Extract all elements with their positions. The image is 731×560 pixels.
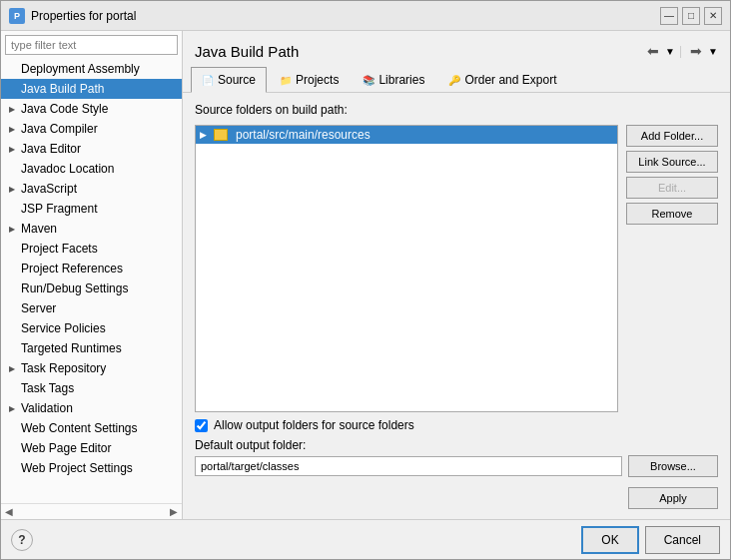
output-folder-row: Default output folder: Browse... bbox=[195, 438, 718, 477]
sidebar-item-java-code-style[interactable]: ▶ Java Code Style bbox=[1, 99, 182, 119]
output-field-row: Browse... bbox=[195, 455, 718, 477]
tab-source[interactable]: 📄 Source bbox=[191, 67, 267, 93]
minimize-button[interactable]: — bbox=[660, 7, 678, 25]
browse-button[interactable]: Browse... bbox=[628, 455, 718, 477]
ok-button[interactable]: OK bbox=[581, 526, 638, 554]
divider-icon: | bbox=[677, 44, 684, 58]
sidebar-item-java-editor[interactable]: ▶ Java Editor bbox=[1, 139, 182, 159]
checkbox-row: Allow output folders for source folders bbox=[195, 418, 718, 432]
cancel-button[interactable]: Cancel bbox=[645, 526, 720, 554]
panel-title: Java Build Path bbox=[195, 43, 299, 60]
sidebar-label: Validation bbox=[21, 401, 73, 415]
forward-button[interactable]: ➡ bbox=[686, 41, 706, 61]
sidebar-label: Web Page Editor bbox=[21, 441, 112, 455]
sidebar: Deployment Assembly Java Build Path ▶ Ja… bbox=[1, 31, 183, 519]
sidebar-item-jsp-fragment[interactable]: JSP Fragment bbox=[1, 199, 182, 219]
main-content: Deployment Assembly Java Build Path ▶ Ja… bbox=[1, 31, 730, 519]
tabs: 📄 Source 📁 Projects 📚 Libraries 🔑 Order … bbox=[183, 67, 730, 93]
sidebar-item-targeted-runtimes[interactable]: Targeted Runtimes bbox=[1, 338, 182, 358]
order-tab-icon: 🔑 bbox=[448, 75, 460, 86]
title-controls: — □ ✕ bbox=[660, 7, 722, 25]
tree-item-resources[interactable]: ▶ portal/src/main/resources bbox=[196, 126, 617, 144]
back-button[interactable]: ⬅ bbox=[643, 41, 663, 61]
projects-tab-icon: 📁 bbox=[280, 75, 292, 86]
sidebar-label: Task Tags bbox=[21, 381, 74, 395]
sidebar-item-web-page-editor[interactable]: Web Page Editor bbox=[1, 438, 182, 458]
sidebar-label: Project Facets bbox=[21, 242, 98, 256]
sidebar-item-deployment-assembly[interactable]: Deployment Assembly bbox=[1, 59, 182, 79]
sidebar-item-javascript[interactable]: ▶ JavaScript bbox=[1, 179, 182, 199]
apply-button[interactable]: Apply bbox=[628, 487, 718, 509]
sidebar-label: Service Policies bbox=[21, 321, 106, 335]
sidebar-item-server[interactable]: Server bbox=[1, 298, 182, 318]
link-source-button[interactable]: Link Source... bbox=[626, 151, 718, 173]
sidebar-item-web-content-settings[interactable]: Web Content Settings bbox=[1, 418, 182, 438]
sidebar-item-run-debug-settings[interactable]: Run/Debug Settings bbox=[1, 279, 182, 298]
expand-arrow: ▶ bbox=[9, 125, 19, 134]
dialog-footer: ? OK Cancel bbox=[1, 519, 730, 559]
tree-expand-arrow: ▶ bbox=[200, 130, 210, 140]
sidebar-item-task-tags[interactable]: Task Tags bbox=[1, 378, 182, 398]
sidebar-item-maven[interactable]: ▶ Maven bbox=[1, 219, 182, 239]
sidebar-list: Deployment Assembly Java Build Path ▶ Ja… bbox=[1, 59, 182, 503]
help-icon: ? bbox=[18, 533, 25, 547]
scroll-left-icon[interactable]: ◀ bbox=[5, 506, 13, 517]
expand-arrow: ▶ bbox=[9, 105, 19, 114]
dialog-title: Properties for portal bbox=[31, 9, 136, 23]
source-folders-label: Source folders on build path: bbox=[195, 103, 718, 117]
allow-output-checkbox[interactable] bbox=[195, 419, 208, 432]
sidebar-item-validation[interactable]: ▶ Validation bbox=[1, 398, 182, 418]
dropdown-arrow2-icon[interactable]: ▼ bbox=[708, 46, 718, 57]
source-tree[interactable]: ▶ portal/src/main/resources bbox=[195, 125, 618, 412]
sidebar-item-project-references[interactable]: Project References bbox=[1, 259, 182, 279]
expand-arrow: ▶ bbox=[9, 404, 19, 413]
sidebar-label: Java Build Path bbox=[21, 82, 104, 96]
sidebar-label: JavaScript bbox=[21, 182, 77, 196]
right-panel: Java Build Path ⬅ ▼ | ➡ ▼ 📄 Source 📁 Pro… bbox=[183, 31, 730, 519]
tree-item-label: portal/src/main/resources bbox=[236, 128, 370, 142]
checkbox-label: Allow output folders for source folders bbox=[214, 418, 414, 432]
output-folder-input[interactable] bbox=[195, 456, 622, 476]
sidebar-label: Java Editor bbox=[21, 142, 81, 156]
dialog: P Properties for portal — □ ✕ Deployment… bbox=[0, 0, 731, 560]
sidebar-label: Targeted Runtimes bbox=[21, 341, 122, 355]
footer-buttons: OK Cancel bbox=[581, 526, 720, 554]
scroll-right-icon[interactable]: ▶ bbox=[170, 506, 178, 517]
sidebar-item-web-project-settings[interactable]: Web Project Settings bbox=[1, 458, 182, 478]
sidebar-label: Maven bbox=[21, 222, 57, 236]
help-button[interactable]: ? bbox=[11, 529, 33, 551]
sidebar-label: Deployment Assembly bbox=[21, 62, 140, 76]
sidebar-item-service-policies[interactable]: Service Policies bbox=[1, 318, 182, 338]
expand-arrow: ▶ bbox=[9, 225, 19, 234]
tab-label: Libraries bbox=[378, 73, 424, 87]
expand-arrow: ▶ bbox=[9, 185, 19, 194]
sidebar-item-project-facets[interactable]: Project Facets bbox=[1, 239, 182, 259]
tab-label: Source bbox=[218, 73, 256, 87]
sidebar-item-task-repository[interactable]: ▶ Task Repository bbox=[1, 358, 182, 378]
tab-libraries[interactable]: 📚 Libraries bbox=[352, 67, 435, 92]
tab-order-export[interactable]: 🔑 Order and Export bbox=[437, 67, 567, 92]
sidebar-item-java-build-path[interactable]: Java Build Path bbox=[1, 79, 182, 99]
source-tab-icon: 📄 bbox=[202, 75, 214, 86]
tab-projects[interactable]: 📁 Projects bbox=[269, 67, 350, 92]
sidebar-label: JSP Fragment bbox=[21, 202, 97, 216]
sidebar-item-javadoc-location[interactable]: Javadoc Location bbox=[1, 159, 182, 179]
edit-button[interactable]: Edit... bbox=[626, 177, 718, 199]
sidebar-label: Java Code Style bbox=[21, 102, 108, 116]
maximize-button[interactable]: □ bbox=[682, 7, 700, 25]
dropdown-arrow-icon[interactable]: ▼ bbox=[665, 46, 675, 57]
sidebar-label: Javadoc Location bbox=[21, 162, 114, 176]
tab-label: Order and Export bbox=[464, 73, 556, 87]
libraries-tab-icon: 📚 bbox=[363, 75, 374, 86]
filter-input[interactable] bbox=[5, 35, 178, 55]
add-folder-button[interactable]: Add Folder... bbox=[626, 125, 718, 147]
panel-header: Java Build Path ⬅ ▼ | ➡ ▼ bbox=[183, 31, 730, 67]
title-bar: P Properties for portal — □ ✕ bbox=[1, 1, 730, 31]
right-buttons: Add Folder... Link Source... Edit... Rem… bbox=[618, 125, 718, 412]
close-button[interactable]: ✕ bbox=[704, 7, 722, 25]
tab-label: Projects bbox=[296, 73, 339, 87]
title-bar-left: P Properties for portal bbox=[9, 8, 136, 24]
header-icons: ⬅ ▼ | ➡ ▼ bbox=[643, 41, 718, 61]
remove-button[interactable]: Remove bbox=[626, 203, 718, 225]
sidebar-item-java-compiler[interactable]: ▶ Java Compiler bbox=[1, 119, 182, 139]
